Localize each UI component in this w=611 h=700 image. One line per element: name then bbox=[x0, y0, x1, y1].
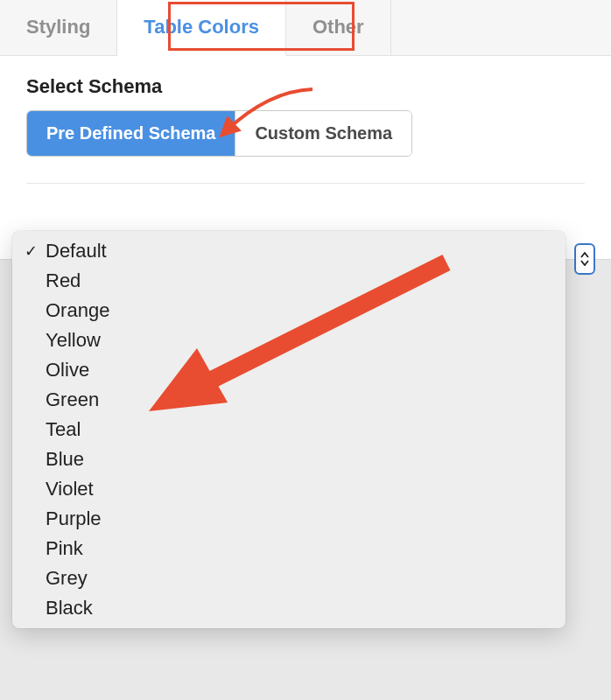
dropdown-item-label: Orange bbox=[46, 299, 109, 322]
tab-table-colors[interactable]: Table Colors bbox=[117, 0, 286, 56]
select-schema-label: Select Schema bbox=[26, 75, 585, 98]
predefined-schema-button[interactable]: Pre Defined Schema bbox=[27, 111, 235, 156]
dropdown-item-label: Olive bbox=[46, 359, 89, 382]
dropdown-item[interactable]: Violet bbox=[12, 474, 565, 504]
dropdown-item-label: Violet bbox=[46, 478, 94, 500]
custom-schema-button[interactable]: Custom Schema bbox=[235, 111, 411, 156]
tab-bar: Styling Table Colors Other bbox=[0, 0, 611, 56]
dropdown-item[interactable]: Black bbox=[12, 593, 565, 623]
dropdown-item[interactable]: Yellow bbox=[12, 326, 565, 355]
dropdown-item-label: Teal bbox=[46, 418, 81, 441]
dropdown-item-label: Black bbox=[46, 597, 93, 620]
dropdown-item[interactable]: ✓Default bbox=[12, 236, 565, 266]
dropdown-item[interactable]: Blue bbox=[12, 444, 565, 474]
tab-content: Select Schema Pre Defined Schema Custom … bbox=[0, 56, 611, 259]
dropdown-item[interactable]: Red bbox=[12, 266, 565, 296]
dropdown-item[interactable]: Purple bbox=[12, 504, 565, 534]
dropdown-item-label: Blue bbox=[46, 448, 84, 471]
dropdown-item-label: Yellow bbox=[46, 329, 101, 352]
dropdown-item[interactable]: Teal bbox=[12, 415, 565, 444]
settings-panel: Styling Table Colors Other Select Schema… bbox=[0, 0, 611, 260]
tab-styling[interactable]: Styling bbox=[0, 0, 117, 55]
dropdown-item-label: Grey bbox=[46, 567, 88, 590]
schema-toggle-group: Pre Defined Schema Custom Schema bbox=[26, 110, 412, 157]
dropdown-item-label: Default bbox=[46, 240, 107, 262]
dropdown-item[interactable]: Olive bbox=[12, 355, 565, 385]
color-schema-dropdown[interactable]: ✓DefaultRedOrangeYellowOliveGreenTealBlu… bbox=[12, 231, 565, 628]
dropdown-item-label: Pink bbox=[46, 537, 83, 560]
checkmark-icon: ✓ bbox=[25, 242, 46, 261]
tab-other[interactable]: Other bbox=[286, 0, 391, 55]
dropdown-item-label: Green bbox=[46, 388, 99, 411]
dropdown-item-label: Red bbox=[46, 270, 81, 292]
dropdown-item-label: Purple bbox=[46, 508, 102, 530]
dropdown-item[interactable]: Orange bbox=[12, 296, 565, 326]
select-stepper-icon[interactable] bbox=[574, 243, 595, 275]
dropdown-item[interactable]: Grey bbox=[12, 564, 565, 593]
section-divider bbox=[26, 183, 585, 184]
dropdown-item[interactable]: Pink bbox=[12, 534, 565, 564]
dropdown-item[interactable]: Green bbox=[12, 385, 565, 415]
